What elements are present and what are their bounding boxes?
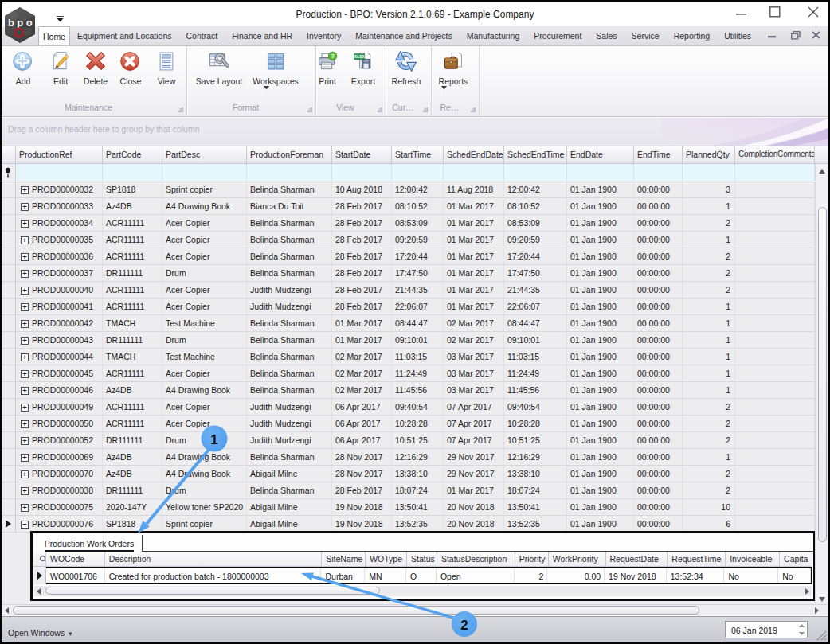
svg-text:?: ? bbox=[331, 53, 335, 60]
svg-text:bpo: bpo bbox=[8, 17, 35, 29]
svg-text:XLSX: XLSX bbox=[354, 54, 366, 60]
